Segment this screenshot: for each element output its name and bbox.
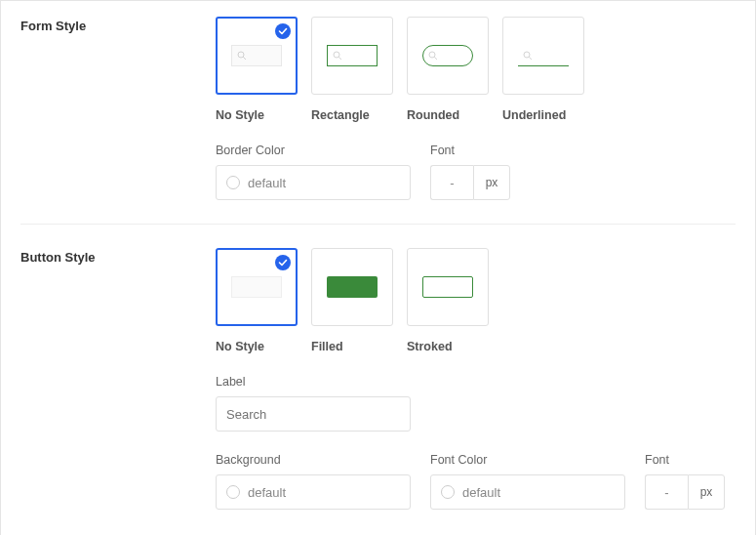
color-swatch-icon: [441, 485, 455, 499]
button-font-size-input[interactable]: [645, 474, 688, 510]
border-color-input[interactable]: default: [216, 165, 411, 200]
font-unit-select[interactable]: px: [473, 165, 510, 200]
background-color-input[interactable]: default: [216, 474, 411, 510]
button-font-unit-select[interactable]: px: [688, 474, 725, 510]
font-color-value: default: [462, 485, 500, 500]
option-caption: Stroked: [407, 340, 489, 353]
border-color-label: Border Color: [216, 144, 411, 157]
button-style-heading: Button Style: [20, 248, 216, 265]
svg-line-3: [338, 57, 341, 60]
svg-point-4: [429, 52, 435, 58]
preview-input-underlined: [518, 45, 569, 66]
option-caption: No Style: [216, 108, 298, 122]
selected-check-icon: [275, 255, 291, 270]
color-swatch-icon: [226, 485, 240, 499]
button-style-section: Button Style No Style Filled: [20, 224, 736, 533]
svg-line-1: [243, 57, 246, 60]
form-style-heading: Form Style: [20, 17, 216, 33]
form-style-section: Form Style No Style: [20, 17, 736, 224]
color-swatch-icon: [226, 176, 240, 189]
form-style-option-no-style[interactable]: No Style: [216, 17, 298, 122]
svg-line-5: [434, 57, 437, 60]
search-icon: [428, 51, 438, 61]
label-field-label: Label: [216, 375, 411, 389]
option-caption: Underlined: [502, 108, 584, 122]
button-font-label: Font: [645, 453, 725, 467]
button-style-option-stroked[interactable]: Stroked: [407, 248, 489, 353]
preview-input-rounded: [422, 45, 473, 66]
search-icon: [523, 51, 533, 61]
preview-button-plain: [231, 276, 282, 298]
font-size-input[interactable]: [430, 165, 473, 200]
svg-point-0: [238, 52, 244, 58]
font-label: Font: [430, 144, 510, 157]
font-color-label: Font Color: [430, 453, 625, 467]
preview-button-filled: [327, 276, 378, 298]
border-color-value: default: [248, 176, 286, 190]
form-style-option-rounded[interactable]: Rounded: [407, 17, 489, 122]
selected-check-icon: [275, 23, 291, 39]
font-color-input[interactable]: default: [430, 474, 625, 510]
option-caption: Rectangle: [311, 108, 393, 122]
button-style-option-no-style[interactable]: No Style: [216, 248, 298, 353]
option-caption: No Style: [216, 340, 298, 353]
search-icon: [333, 51, 342, 61]
svg-point-6: [524, 52, 530, 58]
form-style-option-rectangle[interactable]: Rectangle: [311, 17, 393, 122]
preview-button-stroked: [422, 276, 473, 298]
preview-input-plain: [231, 45, 282, 66]
background-label: Background: [216, 453, 411, 467]
option-caption: Filled: [311, 340, 393, 353]
background-value: default: [248, 485, 286, 500]
button-style-option-filled[interactable]: Filled: [311, 248, 393, 353]
form-style-option-underlined[interactable]: Underlined: [502, 17, 584, 122]
svg-line-7: [529, 57, 532, 60]
search-icon: [237, 51, 247, 61]
preview-input-rectangle: [327, 45, 378, 66]
svg-point-2: [334, 52, 339, 58]
option-caption: Rounded: [407, 108, 489, 122]
label-input[interactable]: [216, 396, 411, 432]
